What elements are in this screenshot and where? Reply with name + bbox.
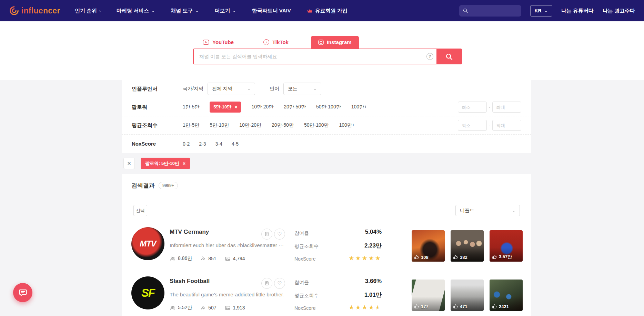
menu-item-korea-partner[interactable]: 한국파트너 VAIV <box>252 8 291 14</box>
close-icon[interactable]: × <box>183 161 185 166</box>
thumbs-up-icon <box>492 254 497 260</box>
country-select[interactable]: 전체 지역 ⌄ <box>208 83 255 95</box>
favorite-button[interactable]: ♡ <box>274 278 285 289</box>
avg-views-option[interactable]: 10만-20만 <box>239 122 261 128</box>
following-stat: 507 <box>200 305 216 310</box>
chevron-down-icon: ⌄ <box>313 87 317 91</box>
link-im-advertiser[interactable]: 나는 광고주다 <box>603 8 635 14</box>
follower-option[interactable]: 20만-50만 <box>284 104 306 110</box>
post-thumbnail[interactable]: 108 <box>412 230 445 262</box>
follower-option-selected[interactable]: 5만-10만 × <box>210 102 241 113</box>
note-button[interactable] <box>261 229 272 240</box>
sort-select[interactable]: 디폴트 ⌄ <box>455 205 520 216</box>
channel-name[interactable]: Slash Football <box>170 278 210 285</box>
filter-row-noxscore: NoxScore 0-2 2-3 3-4 4-5 <box>122 135 531 153</box>
menu-item-more[interactable]: 더보기 ⌄ <box>215 8 236 14</box>
avg-views-max-input[interactable] <box>492 120 521 131</box>
thumbs-up-icon <box>453 304 458 309</box>
filter-row-influencer: 인플루언서 국가/지역 전체 지역 ⌄ 언어 모든 ⌄ <box>122 80 531 98</box>
live-chat-button[interactable] <box>13 283 32 302</box>
tab-tiktok[interactable]: ♪ TikTok <box>256 36 296 49</box>
noxscore-option[interactable]: 4-5 <box>232 141 239 147</box>
heart-icon: ♡ <box>277 280 282 286</box>
follower-min-input[interactable] <box>458 102 487 113</box>
menu-item-label: 인기 순위 <box>75 8 97 14</box>
tab-label: TikTok <box>272 39 289 45</box>
followers-stat: 8.86만 <box>170 255 192 262</box>
post-thumbnail[interactable]: 3.57만 <box>490 230 523 262</box>
avg-views-min-input[interactable] <box>458 120 487 131</box>
tab-instagram[interactable]: Instagram <box>311 36 359 49</box>
star-icon: ★ <box>362 255 369 262</box>
tab-youtube[interactable]: YouTube <box>195 36 241 49</box>
avg-views-option[interactable]: 1만-5만 <box>183 122 199 128</box>
channel-description: Informiert euch hier über das #blacklive… <box>170 242 283 248</box>
avg-views-option[interactable]: 50만-100만 <box>304 122 329 128</box>
main-menu: 인기 순위 ‹ 마케팅 서비스 ⌄ 채널 도구 ⌄ 더보기 ⌄ 한국파트너 VA… <box>75 8 291 14</box>
star-icon: ★ <box>355 304 362 311</box>
posts-stat: 4,794 <box>225 256 245 262</box>
close-icon[interactable]: × <box>234 105 237 109</box>
like-count: 108 <box>414 255 429 260</box>
channel-name[interactable]: MTV Germany <box>170 229 209 235</box>
menu-item-label: 한국파트너 VAIV <box>252 8 291 14</box>
favorite-button[interactable]: ♡ <box>274 229 285 240</box>
search-help-button[interactable]: ? <box>423 49 436 64</box>
follower-max-input[interactable] <box>492 102 521 113</box>
avg-views-option[interactable]: 100만+ <box>339 122 355 128</box>
active-filter-chip[interactable]: 팔로워: 5만-10만 × <box>141 158 190 169</box>
menu-item-label: 채널 도구 <box>171 8 193 14</box>
menu-item-label: 마케팅 서비스 <box>117 8 149 14</box>
thumbs-up-icon <box>453 255 458 260</box>
menu-item-channel-tools[interactable]: 채널 도구 ⌄ <box>171 8 199 14</box>
noxscore-option[interactable]: 0-2 <box>183 141 190 147</box>
menu-item-label: 더보기 <box>215 8 230 14</box>
paid-membership-button[interactable]: 유료회원 가입 <box>307 8 348 14</box>
filter-label-influencer: 인플루언서 <box>132 86 183 92</box>
avg-views-value: 1.01만 <box>311 291 382 299</box>
country-select-value: 전체 지역 <box>212 86 233 92</box>
channel-stats: 8.86만 851 4,794 <box>170 255 245 262</box>
follower-option[interactable]: 100만+ <box>351 104 367 110</box>
avg-views-option[interactable]: 20만-50만 <box>272 122 294 128</box>
clear-all-filters-button[interactable]: × <box>123 158 135 169</box>
filter-label-noxscore: NoxScore <box>132 141 183 147</box>
channel-avatar[interactable]: SF <box>131 276 164 309</box>
avg-views-option[interactable]: 5만-10만 <box>210 122 229 128</box>
navbar-search-input[interactable] <box>470 8 518 13</box>
channel-search-input[interactable] <box>194 49 423 64</box>
note-button[interactable] <box>261 278 272 289</box>
post-thumbnail[interactable]: 177 <box>412 280 445 311</box>
post-thumbnail[interactable]: 382 <box>451 230 484 262</box>
follower-option[interactable]: 1만-5만 <box>183 104 199 110</box>
search-submit-button[interactable] <box>436 49 461 64</box>
chevron-down-icon: ⌄ <box>233 9 236 13</box>
menu-item-marketing-services[interactable]: 마케팅 서비스 ⌄ <box>117 8 155 14</box>
follower-option[interactable]: 10만-20만 <box>251 104 273 110</box>
like-count: 177 <box>414 304 429 309</box>
filter-label-avg-views: 평균조회수 <box>132 122 183 129</box>
channel-avatar[interactable]: MTV <box>131 227 164 260</box>
language-label: 언어 <box>270 86 279 92</box>
select-button[interactable]: 선택 <box>133 205 147 216</box>
filter-row-avg-views: 평균조회수 1만-5만 5만-10만 10만-20만 20만-50만 50만-1… <box>122 116 531 135</box>
language-select[interactable]: 모든 ⌄ <box>283 83 321 95</box>
avg-views-value: 2.23만 <box>311 242 382 250</box>
noxscore-option[interactable]: 3-4 <box>215 141 222 147</box>
star-icon: ★ <box>349 255 355 262</box>
engagement-label: 참여율 <box>294 280 309 286</box>
navbar-search[interactable] <box>459 5 521 17</box>
brand-logo[interactable]: influencer <box>9 6 60 16</box>
thumbs-up-icon <box>414 255 419 260</box>
post-thumbnail[interactable]: 471 <box>451 280 484 311</box>
menu-item-rankings[interactable]: 인기 순위 ‹ <box>75 8 101 14</box>
noxscore-option[interactable]: 2-3 <box>199 141 206 147</box>
range-dash: - <box>489 123 490 128</box>
star-icon: ★ <box>362 304 369 311</box>
language-selector[interactable]: KR ⌄ <box>530 5 552 17</box>
post-thumbnail[interactable]: 2421 <box>490 280 523 311</box>
link-im-youtuber[interactable]: 나는 유튜버다 <box>561 8 594 14</box>
chat-bubble-icon <box>18 288 28 297</box>
heart-icon: ♡ <box>277 231 282 237</box>
follower-option[interactable]: 50만-100만 <box>316 104 341 110</box>
